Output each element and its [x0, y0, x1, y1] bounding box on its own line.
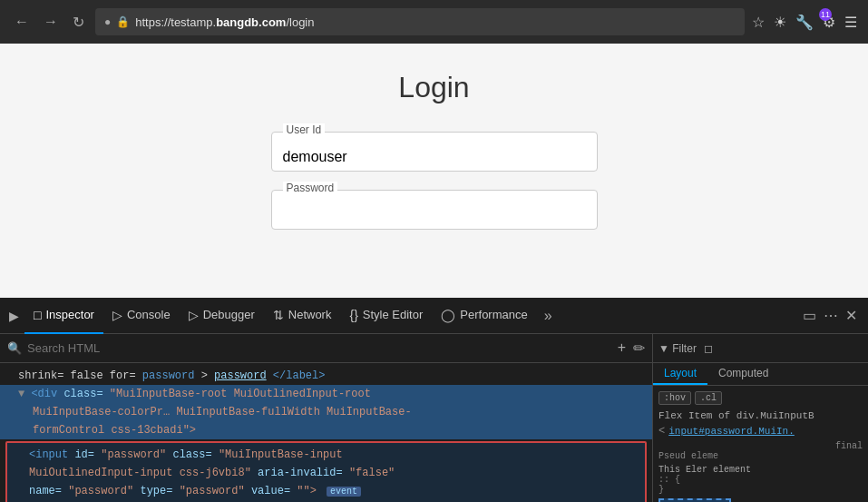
chevron-left-icon[interactable]: < [658, 425, 665, 438]
flex-item-label: Flex Item of div.MuiInputB [658, 410, 863, 421]
password-input-wrapper: Password [271, 190, 598, 230]
main-content: Login User Id Password [0, 44, 868, 298]
password-label: Password [283, 182, 338, 194]
browser-chrome: ← → ↻ ● 🔒 https://testamp.bangdb.com/log… [0, 0, 868, 44]
reload-button[interactable]: ↻ [69, 10, 88, 34]
search-html-input[interactable] [27, 341, 612, 355]
tab-computed[interactable]: Computed [707, 363, 779, 385]
event-badge[interactable]: event [327, 487, 361, 497]
hover-state-badge[interactable]: :hov [658, 391, 691, 405]
shield-icon: ● [104, 15, 111, 28]
console-icon: ▷ [112, 308, 122, 322]
userid-input-wrapper: User Id [271, 132, 598, 172]
performance-icon: ◯ [441, 308, 455, 322]
devtools-right-icons: ▭ ⋯ ✕ [803, 307, 864, 324]
tab-inspector-label: Inspector [45, 308, 93, 321]
tab-computed-label: Computed [718, 367, 768, 379]
userid-input[interactable] [272, 133, 597, 171]
bracket-close: } [658, 485, 863, 495]
devtools-body: 🔍 + ✏ shrink= false for= password > pass… [0, 334, 868, 502]
tab-layout-label: Layout [664, 367, 697, 379]
star-icon[interactable]: ☆ [752, 14, 765, 31]
tab-console[interactable]: ▷ Console [103, 298, 180, 334]
input-ref[interactable]: input#password.MuiIn. [668, 426, 795, 437]
tab-style-editor-label: Style Editor [363, 308, 423, 321]
right-tabs: Layout Computed [653, 363, 868, 386]
filter-icon: ◻ [704, 342, 713, 355]
tab-style-editor[interactable]: {} Style Editor [340, 298, 432, 334]
search-bar-icons: + ✏ [618, 340, 645, 357]
toolbar-icons: ☆ ☀ 🔧 11 ⚙ ☰ [752, 14, 857, 31]
tree-line-input-1: <input id= "password" class= "MuiInputBa… [15, 446, 638, 464]
settings-icon[interactable]: ⋯ [824, 307, 838, 324]
tab-layout[interactable]: Layout [653, 363, 707, 385]
network-icon: ⇅ [273, 308, 284, 322]
add-node-icon[interactable]: + [618, 340, 626, 357]
pick-element-icon[interactable]: ✏ [633, 340, 645, 357]
address-bar[interactable]: ● 🔒 https://testamp.bangdb.com/login [95, 8, 745, 35]
tree-line-input-2: MuiOutlinedInput-input css-j6vbi8" aria-… [15, 464, 638, 482]
tab-debugger[interactable]: ▷ Debugger [180, 298, 264, 334]
tree-line-div-class2: formControl css-13cbadi"> [0, 421, 652, 439]
bracket-open: :: { [658, 475, 863, 485]
shield-toolbar-icon[interactable]: ☀ [774, 14, 786, 31]
userid-label: User Id [283, 123, 326, 136]
password-group: Password [271, 190, 598, 230]
back-button[interactable]: ← [11, 10, 33, 34]
devtools-panel: ▶ □ Inspector ▷ Console ▷ Debugger ⇅ Net… [0, 298, 868, 502]
userid-group: User Id [271, 132, 598, 172]
debugger-icon: ▷ [189, 308, 199, 322]
html-panel: 🔍 + ✏ shrink= false for= password > pass… [0, 334, 653, 502]
tree-line: shrink= false for= password > password <… [0, 367, 652, 385]
tab-inspector[interactable]: □ Inspector [24, 298, 103, 334]
search-bar: 🔍 + ✏ [0, 334, 652, 363]
close-devtools-icon[interactable]: ✕ [845, 307, 857, 324]
responsive-design-icon[interactable]: ▭ [803, 307, 816, 324]
lock-icon: 🔒 [116, 15, 130, 28]
cls-badge[interactable]: .cl [695, 391, 722, 405]
inspector-cursor-icon[interactable]: ▶ [4, 309, 24, 323]
right-panel: ▼ Filter ◻ Layout Computed :hov .cl Flex… [653, 334, 868, 502]
tab-performance[interactable]: ◯ Performance [432, 298, 536, 334]
devtools-toolbar: ▶ □ Inspector ▷ Console ▷ Debugger ⇅ Net… [0, 298, 868, 334]
login-title: Login [398, 71, 469, 104]
filter-label: ▼ Filter [658, 342, 697, 355]
hover-states: :hov .cl [658, 391, 863, 405]
flex-nav: < input#password.MuiIn. [658, 425, 863, 438]
tab-network-label: Network [288, 308, 332, 321]
tree-line-input-3: name= "password" type= "password" value=… [15, 482, 638, 500]
url-display: https://testamp.bangdb.com/login [135, 15, 314, 29]
forward-button[interactable]: → [40, 10, 62, 34]
tree-line-div-class: MuiInputBase-colorPr… MuiInputBase-fullW… [0, 403, 652, 421]
html-tree: shrink= false for= password > password <… [0, 363, 652, 502]
this-element-label: This Eler element [658, 465, 863, 475]
tab-debugger-label: Debugger [203, 308, 255, 321]
menu-icon[interactable]: ☰ [844, 14, 857, 31]
inspector-icon: □ [34, 308, 41, 322]
pseudo-element-label: Pseud eleme [658, 451, 863, 461]
tab-network[interactable]: ⇅ Network [264, 298, 341, 334]
search-icon: 🔍 [7, 341, 22, 355]
extension-badge: 11 [819, 8, 832, 21]
style-editor-icon: {} [349, 308, 357, 322]
final-label: final [658, 441, 863, 451]
tab-console-label: Console [127, 308, 171, 321]
password-input[interactable] [272, 191, 597, 229]
right-panel-content: :hov .cl Flex Item of div.MuiInputB < in… [653, 386, 868, 502]
tree-line-div-highlighted: ▼ <div class= "MuiInputBase-root MuiOutl… [0, 385, 652, 403]
flex-box-visualization [658, 498, 731, 502]
selected-input-element[interactable]: <input id= "password" class= "MuiInputBa… [5, 441, 647, 502]
more-tabs-button[interactable]: » [537, 308, 560, 324]
tab-performance-label: Performance [460, 308, 527, 321]
wrench-icon[interactable]: 🔧 [795, 14, 814, 31]
right-filter-toolbar: ▼ Filter ◻ [653, 334, 868, 363]
